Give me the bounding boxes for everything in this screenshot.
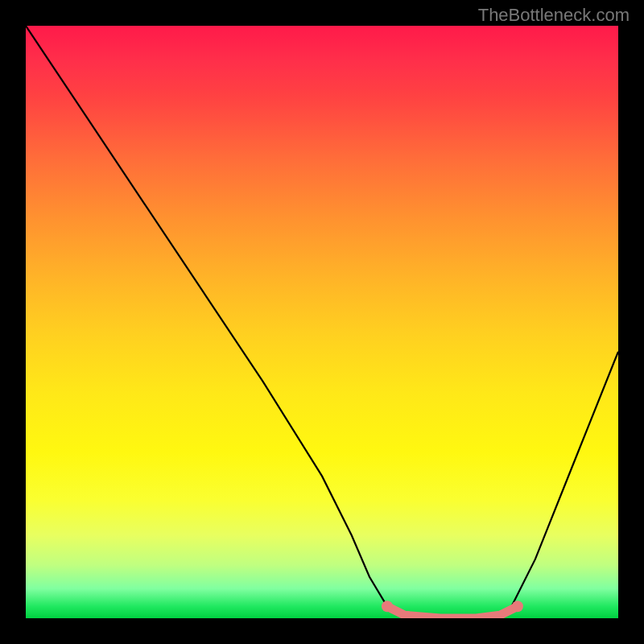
svg-point-1 [512,601,523,612]
svg-point-0 [382,601,393,612]
attribution-text: TheBottleneck.com [478,5,630,26]
chart-plot-area [26,26,618,618]
bottleneck-curve [26,26,618,618]
